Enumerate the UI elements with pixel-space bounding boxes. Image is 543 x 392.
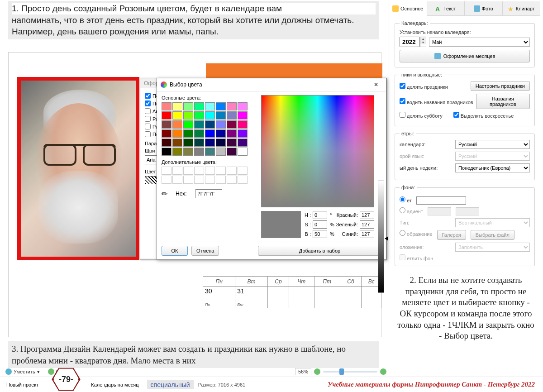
color-swatch[interactable] bbox=[238, 139, 248, 147]
zoom-thumb[interactable] bbox=[339, 368, 344, 375]
chk-po[interactable] bbox=[145, 93, 151, 99]
custom-swatch[interactable] bbox=[216, 176, 226, 184]
cal-month-tab[interactable]: Календарь на месяц bbox=[87, 381, 142, 388]
highlight-holidays-check[interactable]: делять праздники bbox=[400, 83, 448, 90]
tab-main[interactable]: Основное bbox=[389, 1, 427, 16]
day-cell[interactable]: 30Пн bbox=[203, 287, 235, 308]
g-input[interactable] bbox=[360, 220, 374, 229]
color-swatch[interactable] bbox=[205, 120, 215, 129]
color-swatch[interactable] bbox=[238, 120, 248, 129]
color-swatch[interactable] bbox=[172, 129, 182, 138]
day-cell[interactable] bbox=[314, 287, 340, 308]
lang-select[interactable]: Русский bbox=[455, 140, 530, 149]
bg-color-box[interactable] bbox=[416, 196, 466, 205]
color-swatch[interactable] bbox=[194, 129, 204, 138]
spin-up[interactable]: ▲ bbox=[420, 37, 426, 41]
ok-button[interactable]: ОК bbox=[162, 246, 188, 256]
spin-down[interactable]: ▼ bbox=[420, 41, 426, 44]
color-swatch[interactable] bbox=[216, 129, 226, 138]
cancel-button[interactable]: Отмена bbox=[191, 246, 219, 256]
chk-raz1[interactable] bbox=[145, 116, 151, 122]
custom-swatch[interactable] bbox=[227, 167, 237, 175]
day-cell[interactable] bbox=[267, 287, 289, 308]
color-swatch[interactable] bbox=[162, 129, 171, 138]
custom-swatch[interactable] bbox=[162, 167, 171, 175]
color-swatch[interactable] bbox=[227, 102, 237, 110]
color-swatch[interactable] bbox=[194, 102, 204, 110]
color-swatch[interactable] bbox=[162, 139, 171, 147]
color-gradient-panel[interactable] bbox=[261, 95, 374, 207]
month-select[interactable]: Май bbox=[429, 38, 530, 47]
custom-swatch[interactable] bbox=[194, 167, 204, 175]
new-project-tab[interactable]: Новый проект bbox=[3, 381, 42, 388]
highlight-sat-check[interactable]: делять субботу bbox=[400, 112, 443, 119]
highlight-sun-check[interactable]: Выделять воскресенье bbox=[453, 112, 514, 119]
color-swatch[interactable] bbox=[238, 129, 248, 138]
color-swatch[interactable] bbox=[183, 120, 193, 129]
custom-swatch[interactable] bbox=[238, 167, 248, 175]
color-swatch[interactable] bbox=[227, 139, 237, 147]
add-to-set-button[interactable]: Добавить в набор bbox=[258, 246, 381, 256]
b-input[interactable] bbox=[313, 230, 327, 238]
color-swatch[interactable] bbox=[216, 148, 226, 156]
hex-input[interactable] bbox=[195, 189, 222, 198]
color-swatch[interactable] bbox=[227, 148, 237, 156]
h-input[interactable] bbox=[313, 211, 327, 219]
day-cell[interactable] bbox=[289, 287, 314, 308]
zoom-in-button[interactable] bbox=[380, 368, 386, 375]
color-swatch[interactable] bbox=[172, 111, 182, 120]
holiday-names-button[interactable]: Названия праздников bbox=[476, 94, 530, 109]
color-swatch[interactable] bbox=[183, 102, 193, 110]
color-swatch[interactable] bbox=[194, 139, 204, 147]
custom-swatch[interactable] bbox=[238, 176, 248, 184]
color-swatch[interactable] bbox=[205, 111, 215, 120]
chk-pe[interactable] bbox=[145, 100, 151, 106]
chk-po2[interactable] bbox=[145, 131, 151, 137]
color-swatch[interactable] bbox=[194, 148, 204, 156]
holiday-settings-button[interactable]: Настроить праздники bbox=[471, 81, 530, 91]
color-swatch[interactable] bbox=[216, 111, 226, 120]
color-swatch[interactable] bbox=[162, 111, 171, 120]
custom-swatch[interactable] bbox=[183, 176, 193, 184]
bl-input[interactable] bbox=[360, 230, 374, 238]
color-swatch[interactable] bbox=[183, 129, 193, 138]
color-swatch[interactable] bbox=[227, 111, 237, 120]
color-swatch[interactable] bbox=[162, 148, 171, 156]
zoom-out-button[interactable] bbox=[314, 368, 320, 375]
color-swatch[interactable] bbox=[194, 120, 204, 129]
color-swatch[interactable] bbox=[238, 148, 248, 156]
color-swatch[interactable] bbox=[205, 102, 215, 110]
color-swatch[interactable] bbox=[205, 148, 215, 156]
close-button[interactable]: ✕ bbox=[370, 80, 382, 89]
tab-photo[interactable]: Фото bbox=[465, 1, 503, 15]
chk-av[interactable] bbox=[145, 108, 151, 114]
dialog-titlebar[interactable]: Выбор цвета ✕ bbox=[157, 78, 386, 91]
year-input[interactable] bbox=[400, 37, 420, 47]
custom-swatch[interactable] bbox=[216, 167, 226, 175]
color-swatch[interactable] bbox=[227, 129, 237, 138]
custom-swatch[interactable] bbox=[227, 176, 237, 184]
color-swatch[interactable] bbox=[162, 102, 171, 110]
color-swatch[interactable] bbox=[227, 120, 237, 129]
custom-swatch[interactable] bbox=[172, 167, 182, 175]
lighten-check[interactable]: етлить фон bbox=[400, 256, 433, 261]
tab-clipart[interactable]: ★Клипарт bbox=[503, 1, 541, 15]
color-swatch[interactable] bbox=[205, 129, 215, 138]
color-swatch[interactable] bbox=[172, 148, 182, 156]
year-spinner[interactable]: ▲▼ bbox=[400, 37, 426, 47]
custom-swatch[interactable] bbox=[194, 176, 204, 184]
s-input[interactable] bbox=[313, 220, 327, 229]
zoom-slider[interactable] bbox=[323, 371, 377, 373]
r-input[interactable] bbox=[360, 211, 374, 219]
color-swatch[interactable] bbox=[238, 102, 248, 110]
color-swatch[interactable] bbox=[238, 111, 248, 120]
color-swatch[interactable] bbox=[216, 102, 226, 110]
chk-raz2[interactable] bbox=[145, 124, 151, 129]
custom-swatch[interactable] bbox=[162, 176, 171, 184]
show-names-check[interactable]: водить названия праздников bbox=[400, 98, 473, 105]
color-hatch[interactable] bbox=[145, 176, 157, 184]
color-swatch[interactable] bbox=[183, 139, 193, 147]
custom-swatch[interactable] bbox=[172, 176, 182, 184]
custom-swatch[interactable] bbox=[183, 167, 193, 175]
day-cell[interactable] bbox=[340, 287, 362, 308]
